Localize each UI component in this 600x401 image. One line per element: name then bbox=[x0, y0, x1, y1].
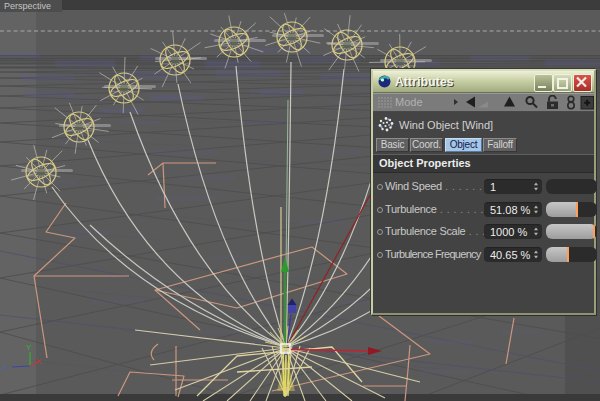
svg-text:Z: Z bbox=[2, 363, 7, 372]
svg-text:Y: Y bbox=[26, 343, 32, 352]
svg-text:X: X bbox=[36, 357, 42, 366]
